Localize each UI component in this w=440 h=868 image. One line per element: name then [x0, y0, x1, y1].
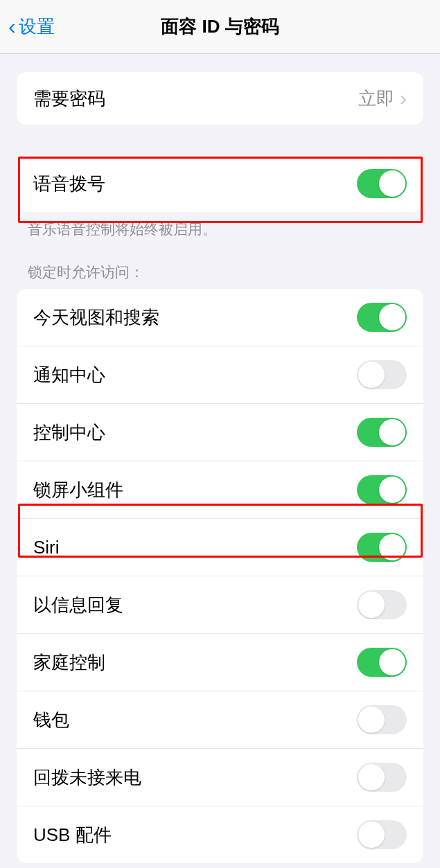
chevron-left-icon: ‹	[8, 14, 16, 39]
require-passcode-value: 立即	[358, 87, 394, 111]
toggle-knob	[358, 764, 385, 790]
lock-access-item: 回拨未接来电	[17, 749, 423, 806]
lock-access-footer: iPhone 锁定超过一小时后，需先解锁 iPhone 才能允许USB 配件连接…	[0, 863, 440, 868]
lock-access-item: USB 配件	[17, 806, 423, 863]
lock-access-item-toggle[interactable]	[357, 590, 407, 619]
toggle-knob	[358, 362, 385, 388]
voice-dial-cell: 语音拨号	[17, 155, 423, 212]
back-label: 设置	[19, 15, 55, 39]
lock-access-item-toggle[interactable]	[357, 533, 407, 562]
require-passcode-cell[interactable]: 需要密码 立即 ›	[17, 72, 423, 125]
toggle-knob	[379, 649, 405, 675]
lock-access-item-toggle[interactable]	[357, 705, 407, 734]
toggle-knob	[358, 822, 385, 848]
lock-access-item-label: 锁屏小组件	[33, 478, 123, 502]
lock-access-item-toggle[interactable]	[357, 418, 407, 447]
lock-access-item-label: 钱包	[33, 708, 69, 732]
lock-access-item-toggle[interactable]	[357, 303, 407, 332]
lock-access-item-toggle[interactable]	[357, 360, 407, 389]
voice-dial-toggle[interactable]	[357, 169, 407, 198]
lock-access-item: 家庭控制	[17, 634, 423, 691]
lock-access-item-toggle[interactable]	[357, 648, 407, 677]
toggle-knob	[358, 707, 385, 733]
navigation-header: ‹ 设置 面容 ID 与密码	[0, 0, 440, 54]
lock-access-item: 控制中心	[17, 404, 423, 461]
lock-access-item: 锁屏小组件	[17, 461, 423, 519]
toggle-knob	[379, 477, 405, 503]
lock-access-item-label: 控制中心	[33, 420, 105, 445]
voice-dial-label: 语音拨号	[33, 172, 105, 196]
lock-access-item-label: 家庭控制	[33, 650, 105, 675]
lock-access-item-toggle[interactable]	[357, 763, 407, 792]
lock-access-item: 以信息回复	[17, 576, 423, 634]
toggle-knob	[379, 304, 405, 330]
lock-access-item: 通知中心	[17, 346, 423, 404]
require-passcode-label: 需要密码	[33, 87, 105, 111]
lock-access-item-label: 以信息回复	[33, 593, 123, 617]
back-button[interactable]: ‹ 设置	[0, 14, 55, 39]
voice-dial-footer: 音乐语音控制将始终被启用。	[0, 212, 440, 239]
lock-access-item: 钱包	[17, 691, 423, 749]
lock-access-item: Siri	[17, 519, 423, 576]
toggle-knob	[379, 419, 405, 445]
lock-access-item-label: Siri	[33, 537, 60, 558]
lock-access-item-label: USB 配件	[33, 823, 112, 847]
lock-access-item-label: 今天视图和搜索	[33, 305, 159, 330]
chevron-right-icon: ›	[400, 87, 407, 110]
lock-access-list: 今天视图和搜索通知中心控制中心锁屏小组件Siri以信息回复家庭控制钱包回拨未接来…	[17, 289, 423, 863]
toggle-knob	[379, 534, 405, 560]
toggle-knob	[358, 592, 385, 618]
lock-access-item-toggle[interactable]	[357, 820, 407, 849]
lock-access-item-label: 通知中心	[33, 363, 105, 387]
lock-access-header: 锁定时允许访问：	[0, 263, 440, 289]
lock-access-item-label: 回拨未接来电	[33, 765, 141, 790]
lock-access-item-toggle[interactable]	[357, 475, 407, 504]
require-passcode-value-container: 立即 ›	[358, 87, 407, 111]
toggle-knob	[379, 170, 405, 197]
page-title: 面容 ID 与密码	[161, 15, 279, 39]
lock-access-item: 今天视图和搜索	[17, 289, 423, 346]
